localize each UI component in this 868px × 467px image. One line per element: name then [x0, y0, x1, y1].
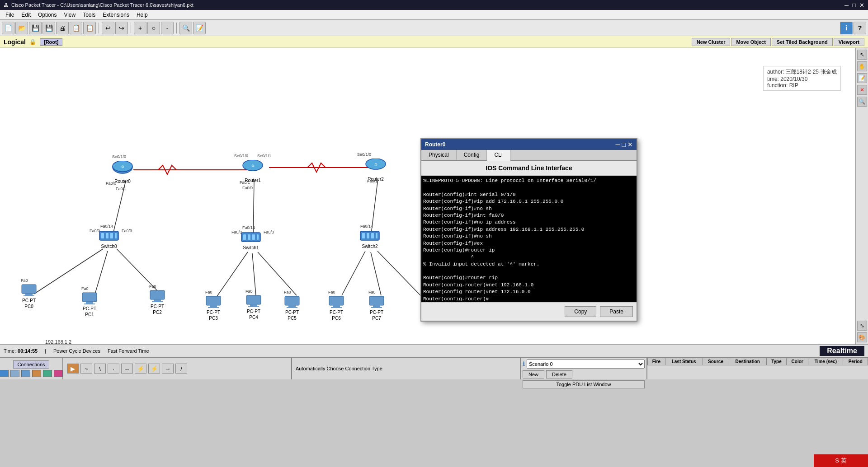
tab-physical[interactable]: Physical: [421, 150, 457, 160]
viewport-button[interactable]: Viewport: [834, 38, 864, 46]
line-btn[interactable]: \: [94, 364, 106, 374]
paste-button[interactable]: Paste: [600, 306, 633, 317]
dotted-btn[interactable]: ·: [108, 364, 119, 374]
menu-view[interactable]: View: [60, 11, 79, 19]
print-button[interactable]: 🖨: [56, 22, 69, 34]
slash-btn[interactable]: /: [175, 364, 187, 374]
undo-button[interactable]: ↩: [102, 22, 114, 34]
palette-tool-button[interactable]: 🎨: [857, 332, 867, 342]
svg-text:⚙: ⚙: [251, 164, 255, 168]
tab-config[interactable]: Config: [457, 150, 487, 160]
hand-tool-button[interactable]: ✋: [857, 61, 867, 71]
zoom-reset-button[interactable]: ○: [147, 22, 160, 34]
paste-button[interactable]: 📋: [83, 22, 96, 34]
phone-icon-small[interactable]: [54, 370, 63, 377]
pc4-device[interactable]: Fa0 PC-PT PC4: [245, 294, 262, 320]
curve-btn[interactable]: ~: [80, 364, 92, 374]
pc0-device[interactable]: Fa0 PC-PT PC0: [21, 284, 37, 309]
scenario-select[interactable]: Scenario 0: [527, 360, 645, 369]
save-as-button[interactable]: 💾: [42, 22, 55, 34]
dashed-btn[interactable]: --: [121, 364, 133, 374]
delete-tool-button[interactable]: ✕: [857, 85, 867, 95]
new-scenario-button[interactable]: New: [523, 370, 544, 378]
switch0-port-fa3: Fa0/3: [122, 229, 132, 233]
router1-device[interactable]: ⚙ Router1 Se0/1/0 Se0/1/1 Fa0/1 Fa0/0: [242, 160, 263, 183]
switch1-device[interactable]: Switch1 Fa0/14 Fa0/0 Fa0/3: [241, 231, 261, 250]
pc-icon-small[interactable]: [21, 370, 30, 377]
hub-icon-small[interactable]: [32, 370, 41, 377]
menu-extensions[interactable]: Extensions: [99, 11, 133, 19]
pc2-device[interactable]: Fa0 PC-PT PC2: [149, 290, 165, 315]
resize-tool-button[interactable]: ⤡: [857, 321, 867, 331]
switch2-device[interactable]: Switch2 Fa0/14: [359, 229, 380, 249]
svg-rect-35: [376, 233, 377, 238]
title-controls[interactable]: ─ □ ✕: [844, 2, 864, 9]
note-button[interactable]: 📝: [193, 22, 206, 34]
connections-button[interactable]: Connections: [13, 360, 49, 369]
menu-tools[interactable]: Tools: [79, 11, 99, 19]
arrow-btn[interactable]: →: [162, 364, 174, 374]
help-button[interactable]: ?: [854, 22, 866, 34]
time-value: 00:14:55: [18, 348, 38, 354]
open-file-button[interactable]: 📂: [15, 22, 28, 34]
maximize-button[interactable]: □: [852, 2, 856, 9]
inspect-button[interactable]: 🔍: [179, 22, 192, 34]
dialog-controls[interactable]: ─ □ ✕: [616, 141, 633, 148]
toolbar-sep1: [99, 23, 99, 33]
new-file-button[interactable]: 📄: [2, 22, 14, 34]
svg-text:⚙: ⚙: [374, 163, 377, 167]
menu-edit[interactable]: Edit: [18, 11, 34, 19]
zoom-in-button[interactable]: +: [134, 22, 146, 34]
pc0-name: PC0: [21, 304, 37, 309]
zoom-out-button[interactable]: -: [161, 22, 174, 34]
minimize-button[interactable]: ─: [844, 2, 849, 9]
redo-button[interactable]: ↪: [115, 22, 128, 34]
lightning-btn[interactable]: ⚡: [135, 364, 146, 374]
power-btn[interactable]: ⚡: [148, 364, 160, 374]
menu-help[interactable]: Help: [133, 11, 151, 19]
menu-file[interactable]: File: [2, 11, 18, 19]
inspect-tool-button[interactable]: 🔍: [857, 97, 867, 107]
switch1-port-fa3: Fa0/3: [264, 230, 274, 234]
new-cluster-button[interactable]: New Cluster: [692, 38, 731, 46]
pc3-device[interactable]: Fa0 PC-PT PC3: [205, 295, 222, 321]
dialog-close-button[interactable]: ✕: [627, 141, 633, 148]
toggle-pdu-button[interactable]: Toggle PDU List Window: [523, 380, 645, 388]
save-button[interactable]: 💾: [29, 22, 42, 34]
pc6-device[interactable]: Fa0 PC-PT PC6: [328, 295, 344, 321]
switch0-device[interactable]: Switch0 Fa0/14 Fa0/0 Fa0/3: [99, 229, 119, 249]
ime-label: S 英: [835, 457, 846, 465]
move-object-button[interactable]: Move Object: [731, 38, 770, 46]
pc2-name: PC2: [149, 310, 165, 315]
wireless-icon-small[interactable]: [43, 370, 52, 377]
pc5-device[interactable]: Fa0 PC-PT PC5: [284, 295, 300, 321]
copy-button[interactable]: 📋: [70, 22, 82, 34]
tab-cli[interactable]: CLI: [487, 150, 510, 161]
dialog-minimize-button[interactable]: ─: [616, 141, 620, 148]
canvas-area[interactable]: ⚙ Router0 Se0/1/0 Fa0/0 Fa0/1 ⚙ Router1 …: [0, 48, 868, 344]
set-tiled-bg-button[interactable]: Set Tiled Background: [772, 38, 833, 46]
pc5-icon: [284, 295, 300, 308]
router0-device[interactable]: ⚙ Router0 Se0/1/0 Fa0/0 Fa0/1: [112, 161, 133, 184]
fast-forward-button[interactable]: Fast Forward Time: [108, 348, 149, 354]
pc1-device[interactable]: Fa0 PC-PT PC1: [81, 292, 98, 317]
note-tool-button[interactable]: 📝: [857, 73, 867, 83]
select-tool-button[interactable]: ↖: [857, 50, 867, 60]
pc7-device[interactable]: Fa0 PC-PT PC7: [368, 295, 385, 321]
copy-button[interactable]: Copy: [565, 306, 596, 317]
delete-scenario-button[interactable]: Delete: [546, 370, 572, 378]
svg-line-13: [377, 251, 420, 295]
svg-rect-33: [367, 233, 369, 238]
power-cycle-button[interactable]: Power Cycle Devices: [53, 348, 100, 354]
router2-device[interactable]: ⚙ Router2 Se0/1/0 Fa0/1: [365, 159, 386, 182]
close-button[interactable]: ✕: [859, 2, 864, 9]
right-panel: ↖ ✋ 📝 ✕ 🔍 ⤡ 🎨: [855, 48, 868, 344]
dialog-maximize-button[interactable]: □: [622, 141, 626, 148]
menu-options[interactable]: Options: [34, 11, 60, 19]
lock-icon: 🔒: [29, 39, 36, 45]
cli-terminal[interactable]: %LINEPROTO-5-UPDOWN: Line protocol on In…: [421, 176, 637, 302]
realtime-btn[interactable]: ▶: [67, 364, 79, 374]
switch-icon-small[interactable]: [10, 370, 19, 377]
info-button[interactable]: i: [840, 22, 853, 34]
router-icon-small[interactable]: [0, 370, 9, 377]
